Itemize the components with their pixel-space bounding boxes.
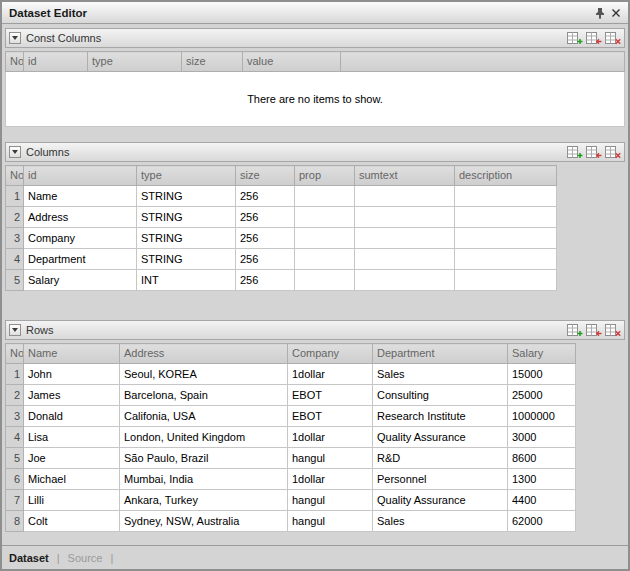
row-number[interactable]: 7 — [6, 490, 24, 511]
row-number[interactable]: 2 — [6, 207, 24, 228]
pin-icon[interactable] — [592, 5, 608, 21]
cell-description[interactable] — [455, 249, 557, 270]
add-row-icon[interactable] — [567, 324, 583, 337]
cell-salary[interactable]: 4400 — [508, 490, 576, 511]
row-number[interactable]: 8 — [6, 511, 24, 532]
cell-name[interactable]: Michael — [24, 469, 120, 490]
cell-name[interactable]: Lilli — [24, 490, 120, 511]
cell-company[interactable]: 1dollar — [288, 469, 373, 490]
cell-department[interactable]: Sales — [373, 364, 508, 385]
cell-department[interactable]: Consulting — [373, 385, 508, 406]
col-header-type[interactable]: type — [137, 166, 236, 186]
row-number[interactable]: 4 — [6, 427, 24, 448]
insert-row-icon[interactable] — [586, 32, 602, 45]
cell-type[interactable]: STRING — [137, 249, 236, 270]
cell-description[interactable] — [455, 186, 557, 207]
col-header-no[interactable]: No — [6, 344, 24, 364]
col-header-salary[interactable]: Salary — [508, 344, 576, 364]
cell-salary[interactable]: 25000 — [508, 385, 576, 406]
cell-name[interactable]: James — [24, 385, 120, 406]
cell-salary[interactable]: 3000 — [508, 427, 576, 448]
cell-sumtext[interactable] — [355, 249, 455, 270]
cell-id[interactable]: Name — [24, 186, 137, 207]
cell-type[interactable]: INT — [137, 270, 236, 291]
cell-id[interactable]: Company — [24, 228, 137, 249]
row-number[interactable]: 4 — [6, 249, 24, 270]
cell-sumtext[interactable] — [355, 228, 455, 249]
cell-prop[interactable] — [295, 249, 355, 270]
row-number[interactable]: 2 — [6, 385, 24, 406]
cell-type[interactable]: STRING — [137, 228, 236, 249]
cell-department[interactable]: Quality Assurance — [373, 427, 508, 448]
cell-id[interactable]: Salary — [24, 270, 137, 291]
cell-prop[interactable] — [295, 228, 355, 249]
cell-address[interactable]: Barcelona, Spain — [120, 385, 288, 406]
cell-description[interactable] — [455, 270, 557, 291]
row-number[interactable]: 5 — [6, 270, 24, 291]
cell-name[interactable]: Donald — [24, 406, 120, 427]
cell-size[interactable]: 256 — [236, 270, 295, 291]
cell-description[interactable] — [455, 207, 557, 228]
col-header-size[interactable]: size — [236, 166, 295, 186]
cell-type[interactable]: STRING — [137, 207, 236, 228]
col-header-description[interactable]: description — [455, 166, 557, 186]
cell-department[interactable]: Research Institute — [373, 406, 508, 427]
cell-size[interactable]: 256 — [236, 207, 295, 228]
close-icon[interactable] — [608, 5, 624, 21]
cell-company[interactable]: hangul — [288, 511, 373, 532]
cell-sumtext[interactable] — [355, 207, 455, 228]
cell-company[interactable]: EBOT — [288, 385, 373, 406]
collapse-icon[interactable] — [9, 146, 21, 158]
cell-company[interactable]: hangul — [288, 448, 373, 469]
cell-salary[interactable]: 1000000 — [508, 406, 576, 427]
cell-company[interactable]: 1dollar — [288, 364, 373, 385]
add-row-icon[interactable] — [567, 32, 583, 45]
col-header-size[interactable]: size — [182, 52, 243, 72]
col-header-company[interactable]: Company — [288, 344, 373, 364]
collapse-icon[interactable] — [9, 32, 21, 44]
delete-row-icon[interactable] — [605, 32, 621, 45]
cell-type[interactable]: STRING — [137, 186, 236, 207]
col-header-name[interactable]: Name — [24, 344, 120, 364]
cell-department[interactable]: Personnel — [373, 469, 508, 490]
cell-salary[interactable]: 62000 — [508, 511, 576, 532]
cell-address[interactable]: London, United Kingdom — [120, 427, 288, 448]
col-header-no[interactable]: No — [6, 52, 24, 72]
collapse-icon[interactable] — [9, 324, 21, 336]
cell-id[interactable]: Department — [24, 249, 137, 270]
tab-dataset[interactable]: Dataset — [9, 552, 49, 564]
col-header-type[interactable]: type — [88, 52, 182, 72]
row-number[interactable]: 1 — [6, 186, 24, 207]
row-number[interactable]: 3 — [6, 406, 24, 427]
col-header-prop[interactable]: prop — [295, 166, 355, 186]
cell-size[interactable]: 256 — [236, 249, 295, 270]
col-header-address[interactable]: Address — [120, 344, 288, 364]
cell-department[interactable]: Sales — [373, 511, 508, 532]
col-header-value[interactable]: value — [243, 52, 341, 72]
cell-sumtext[interactable] — [355, 186, 455, 207]
cell-salary[interactable]: 15000 — [508, 364, 576, 385]
cell-address[interactable]: Sydney, NSW, Australia — [120, 511, 288, 532]
col-header-sumtext[interactable]: sumtext — [355, 166, 455, 186]
cell-prop[interactable] — [295, 186, 355, 207]
cell-address[interactable]: Califonia, USA — [120, 406, 288, 427]
row-number[interactable]: 3 — [6, 228, 24, 249]
col-header-id[interactable]: id — [24, 52, 88, 72]
cell-id[interactable]: Address — [24, 207, 137, 228]
cell-name[interactable]: John — [24, 364, 120, 385]
cell-name[interactable]: Joe — [24, 448, 120, 469]
delete-row-icon[interactable] — [605, 324, 621, 337]
cell-sumtext[interactable] — [355, 270, 455, 291]
cell-company[interactable]: hangul — [288, 490, 373, 511]
add-row-icon[interactable] — [567, 146, 583, 159]
row-number[interactable]: 5 — [6, 448, 24, 469]
insert-row-icon[interactable] — [586, 146, 602, 159]
cell-company[interactable]: 1dollar — [288, 427, 373, 448]
cell-name[interactable]: Lisa — [24, 427, 120, 448]
col-header-department[interactable]: Department — [373, 344, 508, 364]
cell-department[interactable]: R&D — [373, 448, 508, 469]
col-header-no[interactable]: No — [6, 166, 24, 186]
cell-prop[interactable] — [295, 270, 355, 291]
insert-row-icon[interactable] — [586, 324, 602, 337]
cell-name[interactable]: Colt — [24, 511, 120, 532]
